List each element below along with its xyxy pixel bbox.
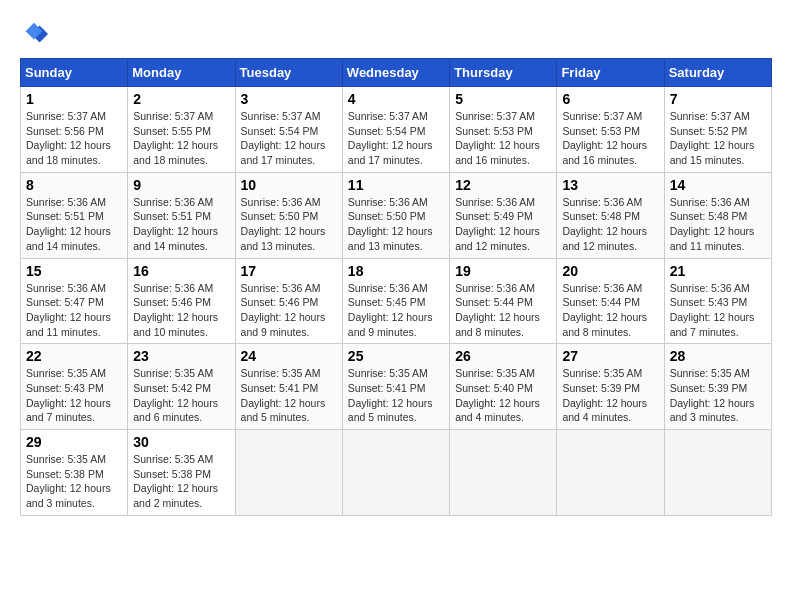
day-details: Sunrise: 5:36 AM Sunset: 5:50 PM Dayligh…	[241, 195, 337, 254]
day-details: Sunrise: 5:35 AM Sunset: 5:39 PM Dayligh…	[670, 366, 766, 425]
day-details: Sunrise: 5:37 AM Sunset: 5:55 PM Dayligh…	[133, 109, 229, 168]
calendar-cell	[450, 430, 557, 516]
calendar-cell: 21Sunrise: 5:36 AM Sunset: 5:43 PM Dayli…	[664, 258, 771, 344]
calendar-cell	[235, 430, 342, 516]
logo	[20, 20, 52, 48]
header-row: SundayMondayTuesdayWednesdayThursdayFrid…	[21, 59, 772, 87]
day-details: Sunrise: 5:37 AM Sunset: 5:52 PM Dayligh…	[670, 109, 766, 168]
calendar-cell	[342, 430, 449, 516]
day-number: 14	[670, 177, 766, 193]
calendar-cell: 17Sunrise: 5:36 AM Sunset: 5:46 PM Dayli…	[235, 258, 342, 344]
calendar-cell: 10Sunrise: 5:36 AM Sunset: 5:50 PM Dayli…	[235, 172, 342, 258]
day-details: Sunrise: 5:36 AM Sunset: 5:46 PM Dayligh…	[133, 281, 229, 340]
day-details: Sunrise: 5:35 AM Sunset: 5:38 PM Dayligh…	[133, 452, 229, 511]
day-details: Sunrise: 5:35 AM Sunset: 5:42 PM Dayligh…	[133, 366, 229, 425]
calendar-cell: 19Sunrise: 5:36 AM Sunset: 5:44 PM Dayli…	[450, 258, 557, 344]
day-details: Sunrise: 5:36 AM Sunset: 5:47 PM Dayligh…	[26, 281, 122, 340]
week-row-5: 29Sunrise: 5:35 AM Sunset: 5:38 PM Dayli…	[21, 430, 772, 516]
week-row-3: 15Sunrise: 5:36 AM Sunset: 5:47 PM Dayli…	[21, 258, 772, 344]
calendar-cell	[557, 430, 664, 516]
day-details: Sunrise: 5:35 AM Sunset: 5:38 PM Dayligh…	[26, 452, 122, 511]
day-details: Sunrise: 5:36 AM Sunset: 5:44 PM Dayligh…	[562, 281, 658, 340]
calendar-cell: 20Sunrise: 5:36 AM Sunset: 5:44 PM Dayli…	[557, 258, 664, 344]
day-number: 27	[562, 348, 658, 364]
day-number: 1	[26, 91, 122, 107]
header	[20, 20, 772, 48]
col-header-sunday: Sunday	[21, 59, 128, 87]
day-number: 18	[348, 263, 444, 279]
day-number: 11	[348, 177, 444, 193]
day-number: 7	[670, 91, 766, 107]
day-number: 3	[241, 91, 337, 107]
day-number: 16	[133, 263, 229, 279]
day-number: 21	[670, 263, 766, 279]
day-number: 10	[241, 177, 337, 193]
day-number: 29	[26, 434, 122, 450]
week-row-1: 1Sunrise: 5:37 AM Sunset: 5:56 PM Daylig…	[21, 87, 772, 173]
day-details: Sunrise: 5:36 AM Sunset: 5:43 PM Dayligh…	[670, 281, 766, 340]
day-details: Sunrise: 5:36 AM Sunset: 5:51 PM Dayligh…	[133, 195, 229, 254]
calendar-cell: 23Sunrise: 5:35 AM Sunset: 5:42 PM Dayli…	[128, 344, 235, 430]
calendar-cell: 8Sunrise: 5:36 AM Sunset: 5:51 PM Daylig…	[21, 172, 128, 258]
day-number: 5	[455, 91, 551, 107]
week-row-2: 8Sunrise: 5:36 AM Sunset: 5:51 PM Daylig…	[21, 172, 772, 258]
day-details: Sunrise: 5:35 AM Sunset: 5:41 PM Dayligh…	[241, 366, 337, 425]
day-details: Sunrise: 5:35 AM Sunset: 5:43 PM Dayligh…	[26, 366, 122, 425]
day-details: Sunrise: 5:36 AM Sunset: 5:48 PM Dayligh…	[670, 195, 766, 254]
calendar-cell: 25Sunrise: 5:35 AM Sunset: 5:41 PM Dayli…	[342, 344, 449, 430]
day-details: Sunrise: 5:35 AM Sunset: 5:41 PM Dayligh…	[348, 366, 444, 425]
col-header-monday: Monday	[128, 59, 235, 87]
calendar-cell: 2Sunrise: 5:37 AM Sunset: 5:55 PM Daylig…	[128, 87, 235, 173]
col-header-friday: Friday	[557, 59, 664, 87]
calendar-table: SundayMondayTuesdayWednesdayThursdayFrid…	[20, 58, 772, 516]
calendar-cell: 27Sunrise: 5:35 AM Sunset: 5:39 PM Dayli…	[557, 344, 664, 430]
day-number: 25	[348, 348, 444, 364]
day-details: Sunrise: 5:37 AM Sunset: 5:54 PM Dayligh…	[348, 109, 444, 168]
calendar-cell: 22Sunrise: 5:35 AM Sunset: 5:43 PM Dayli…	[21, 344, 128, 430]
day-number: 30	[133, 434, 229, 450]
day-details: Sunrise: 5:37 AM Sunset: 5:53 PM Dayligh…	[455, 109, 551, 168]
day-number: 28	[670, 348, 766, 364]
calendar-cell: 5Sunrise: 5:37 AM Sunset: 5:53 PM Daylig…	[450, 87, 557, 173]
day-number: 4	[348, 91, 444, 107]
day-number: 17	[241, 263, 337, 279]
calendar-cell: 6Sunrise: 5:37 AM Sunset: 5:53 PM Daylig…	[557, 87, 664, 173]
col-header-wednesday: Wednesday	[342, 59, 449, 87]
day-number: 13	[562, 177, 658, 193]
day-number: 22	[26, 348, 122, 364]
day-details: Sunrise: 5:35 AM Sunset: 5:39 PM Dayligh…	[562, 366, 658, 425]
calendar-cell: 7Sunrise: 5:37 AM Sunset: 5:52 PM Daylig…	[664, 87, 771, 173]
calendar-cell: 15Sunrise: 5:36 AM Sunset: 5:47 PM Dayli…	[21, 258, 128, 344]
day-number: 12	[455, 177, 551, 193]
day-details: Sunrise: 5:36 AM Sunset: 5:45 PM Dayligh…	[348, 281, 444, 340]
day-number: 8	[26, 177, 122, 193]
day-number: 9	[133, 177, 229, 193]
calendar-cell: 9Sunrise: 5:36 AM Sunset: 5:51 PM Daylig…	[128, 172, 235, 258]
day-details: Sunrise: 5:37 AM Sunset: 5:53 PM Dayligh…	[562, 109, 658, 168]
calendar-cell: 28Sunrise: 5:35 AM Sunset: 5:39 PM Dayli…	[664, 344, 771, 430]
calendar-cell: 24Sunrise: 5:35 AM Sunset: 5:41 PM Dayli…	[235, 344, 342, 430]
calendar-cell: 3Sunrise: 5:37 AM Sunset: 5:54 PM Daylig…	[235, 87, 342, 173]
calendar-cell: 1Sunrise: 5:37 AM Sunset: 5:56 PM Daylig…	[21, 87, 128, 173]
day-number: 6	[562, 91, 658, 107]
calendar-cell: 4Sunrise: 5:37 AM Sunset: 5:54 PM Daylig…	[342, 87, 449, 173]
day-details: Sunrise: 5:36 AM Sunset: 5:46 PM Dayligh…	[241, 281, 337, 340]
day-number: 20	[562, 263, 658, 279]
day-details: Sunrise: 5:36 AM Sunset: 5:49 PM Dayligh…	[455, 195, 551, 254]
day-details: Sunrise: 5:36 AM Sunset: 5:50 PM Dayligh…	[348, 195, 444, 254]
calendar-cell: 14Sunrise: 5:36 AM Sunset: 5:48 PM Dayli…	[664, 172, 771, 258]
day-details: Sunrise: 5:36 AM Sunset: 5:48 PM Dayligh…	[562, 195, 658, 254]
calendar-cell: 12Sunrise: 5:36 AM Sunset: 5:49 PM Dayli…	[450, 172, 557, 258]
day-details: Sunrise: 5:37 AM Sunset: 5:54 PM Dayligh…	[241, 109, 337, 168]
day-number: 23	[133, 348, 229, 364]
day-number: 2	[133, 91, 229, 107]
col-header-saturday: Saturday	[664, 59, 771, 87]
calendar-cell: 18Sunrise: 5:36 AM Sunset: 5:45 PM Dayli…	[342, 258, 449, 344]
calendar-cell: 26Sunrise: 5:35 AM Sunset: 5:40 PM Dayli…	[450, 344, 557, 430]
day-details: Sunrise: 5:37 AM Sunset: 5:56 PM Dayligh…	[26, 109, 122, 168]
day-details: Sunrise: 5:36 AM Sunset: 5:44 PM Dayligh…	[455, 281, 551, 340]
day-details: Sunrise: 5:35 AM Sunset: 5:40 PM Dayligh…	[455, 366, 551, 425]
col-header-thursday: Thursday	[450, 59, 557, 87]
calendar-cell: 30Sunrise: 5:35 AM Sunset: 5:38 PM Dayli…	[128, 430, 235, 516]
calendar-cell: 11Sunrise: 5:36 AM Sunset: 5:50 PM Dayli…	[342, 172, 449, 258]
